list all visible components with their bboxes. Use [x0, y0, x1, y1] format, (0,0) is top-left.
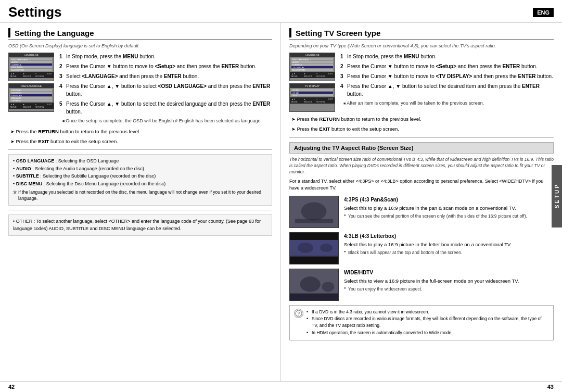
adjusting-note: The horizontal to vertical screen size r…	[289, 157, 554, 175]
info-item-1: • OSD LANGUAGE : Selecting the OSD Langu…	[13, 158, 267, 165]
left-divider-2	[8, 210, 272, 210]
standard-note: For a standard TV, select either <4:3PS>…	[289, 178, 554, 191]
svg-rect-2	[295, 219, 333, 223]
left-thumbnails: LANGUAGE OSD LANGUAGE AUDIO SUBTITLE DIS…	[8, 53, 55, 124]
main-content: Setting the Language OSD (On-Screen Disp…	[0, 23, 562, 381]
right-steps-text: 1 In Stop mode, press the MENU button. 2…	[340, 53, 554, 112]
rthumb1-row5: DivX(R) VOD	[291, 69, 333, 71]
desc-wide: WIDE/HDTV Select this to view a 16:9 pic…	[344, 269, 554, 293]
svg-rect-9	[290, 293, 338, 300]
thumb1-exit: EXIT	[47, 72, 52, 78]
rstep2-num: 2	[340, 62, 346, 70]
desc-4-3ps: 4:3PS (4:3 Pan&Scan) Select this to play…	[344, 196, 554, 220]
step4-num: 4	[59, 82, 65, 98]
rthumb2-footer: ▲▼ MOVE ► SELECT ↩ RETURN EXIT	[290, 97, 335, 104]
step3-text: Select <LANGUAGE> and then press the ENT…	[66, 72, 272, 80]
thumb-wide	[289, 269, 339, 301]
thumb1-row5: DivX(R) VOD	[10, 69, 52, 71]
rstep2-text: Press the Cursor ▼ button to move to <Se…	[347, 62, 554, 70]
bottom-notes-text: If a DVD is in the 4:3 ratio, you cannot…	[306, 309, 549, 337]
thumb1-move: ▲▼ MOVE	[10, 72, 21, 78]
rthumb1-move: ▲▼ MOVE	[291, 72, 302, 78]
thumb2-row3: FRANÇAIS	[10, 94, 52, 96]
left-note: Once the setup is complete, the OSD will…	[62, 118, 272, 124]
lb-top-bar	[290, 233, 338, 240]
rthumb1-row2: AUDIO	[291, 61, 333, 63]
thumb2-move: ▲▼ MOVE	[10, 103, 21, 108]
label-4-3ps: 4:3PS (4:3 Pan&Scan)	[344, 196, 554, 204]
left-section-header: Setting the Language	[8, 28, 272, 40]
bottom-note-2: Since DVD discs are recorded in various …	[306, 315, 549, 329]
rstep4-num: 4	[340, 82, 346, 98]
thumb2-return: ↩ RETURN	[35, 103, 46, 108]
rthumb2-select: ► SELECT	[304, 98, 315, 103]
left-thumb-1: LANGUAGE OSD LANGUAGE AUDIO SUBTITLE DIS…	[8, 53, 54, 81]
rthumb2-body: 4:3 PS 4:3 LB 16:9	[290, 88, 335, 97]
left-section-title: Setting the Language	[15, 29, 94, 37]
thumb1-row2: AUDIO	[10, 61, 52, 63]
thumb2-select: ► SELECT	[23, 103, 34, 108]
right-exit-arrow: ➤	[291, 127, 297, 132]
right-divider	[289, 137, 554, 138]
eng-badge: ENG	[533, 8, 554, 17]
desc-4-3ps-text: Select this to play a 16:9 picture in th…	[344, 205, 554, 212]
thumb1-body: OSD LANGUAGE AUDIO SUBTITLE DISC MENU Di…	[9, 57, 54, 72]
right-thumb-2: TV DISPLAY 4:3 PS 4:3 LB 16:9 ▲▼ MOVE ► …	[289, 83, 335, 112]
lb-bottom-bar	[290, 257, 338, 264]
example-4-3lb: 4:3LB (4:3 Letterbox) Select this to pla…	[289, 232, 554, 264]
rthumb2-row1: 4:3 PS	[291, 89, 333, 91]
svg-point-7	[300, 276, 321, 292]
rstep3-text: Press the Cursor ▼ button to move to <TV…	[347, 72, 554, 80]
screen-examples: 4:3PS (4:3 Pan&Scan) Select this to play…	[289, 196, 554, 301]
page-container: Settings ENG Setting the Language OSD (O…	[0, 0, 562, 392]
svg-point-11	[298, 315, 299, 315]
thumb2-row2: DEUTSCH	[10, 92, 52, 94]
thumb2-exit: EXIT	[47, 103, 52, 108]
rthumb1-footer: ▲▼ MOVE ► SELECT ↩ RETURN EXIT	[290, 72, 335, 78]
section-bar-right	[289, 28, 291, 37]
pan-scan-visual	[290, 196, 338, 227]
svg-point-4	[298, 243, 313, 253]
page-title: Settings	[8, 4, 62, 20]
left-return-note: ➤ Press the RETURN button to return to t…	[10, 128, 272, 135]
bottom-note-1: If a DVD is in the 4:3 ratio, you cannot…	[306, 309, 549, 315]
thumb1-select: ► SELECT	[23, 72, 34, 78]
svg-point-8	[322, 282, 334, 292]
note-svg	[295, 310, 302, 317]
left-step-2: 2 Press the Cursor ▼ button to move to <…	[59, 62, 272, 70]
left-steps-text: 1 In Stop mode, press the MENU button. 2…	[59, 53, 272, 124]
rstep3-num: 3	[340, 72, 346, 80]
setup-tab-label: SETUP	[554, 183, 560, 208]
rthumb2-move: ▲▼ MOVE	[291, 98, 302, 103]
rthumb1-select: ► SELECT	[304, 72, 315, 78]
thumb2-row4: ITALIANO	[10, 97, 52, 99]
svg-point-1	[301, 202, 327, 220]
left-steps-area: LANGUAGE OSD LANGUAGE AUDIO SUBTITLE DIS…	[8, 53, 272, 124]
left-exit-note: ➤ Press the EXIT button to exit the setu…	[10, 137, 272, 145]
left-other-box: • OTHER : To select another language, se…	[8, 214, 272, 236]
bullet-4-3ps: You can see the central portion of the s…	[344, 213, 554, 220]
right-note: After an item is complete, you will be t…	[343, 100, 554, 107]
right-steps-area: LANGUAGE OSD LANGUAGE AUDIO SUBTITLE TV …	[289, 53, 554, 112]
pan-scan-svg	[290, 196, 338, 228]
rstep1-num: 1	[340, 53, 346, 60]
exit-arrow: ➤	[10, 139, 16, 144]
thumb-4-3lb	[289, 232, 339, 264]
label-wide: WIDE/HDTV	[344, 269, 554, 276]
thumb2-footer: ▲▼ MOVE ► SELECT ↩ RETURN EXIT	[9, 103, 54, 109]
wide-svg	[290, 269, 338, 301]
rthumb2-row2: 4:3 LB	[291, 92, 333, 94]
step5-text: Press the Cursor ▲, ▼ button to select t…	[66, 100, 272, 116]
label-4-3lb: 4:3LB (4:3 Letterbox)	[344, 232, 554, 240]
step2-text: Press the Cursor ▼ button to move to <Se…	[66, 62, 272, 70]
info-item-3: • SUBTITLE : Selecting the Subtitle Lang…	[13, 173, 267, 180]
thumb1-row3: SUBTITLE	[10, 64, 52, 66]
page-num-right: 43	[547, 384, 554, 390]
rthumb2-header: TV DISPLAY	[290, 84, 335, 88]
thumb2-row1: ENGLISH	[10, 89, 52, 91]
step5-num: 5	[59, 100, 65, 116]
bullet-4-3lb: Black bars will appear at the top and bo…	[344, 249, 554, 256]
info-item-2: • AUDIO : Selecting the Audio Language (…	[13, 166, 267, 173]
left-panel: Setting the Language OSD (On-Screen Disp…	[0, 23, 281, 381]
right-return-note: ➤ Press the RETURN button to return to t…	[291, 115, 554, 123]
